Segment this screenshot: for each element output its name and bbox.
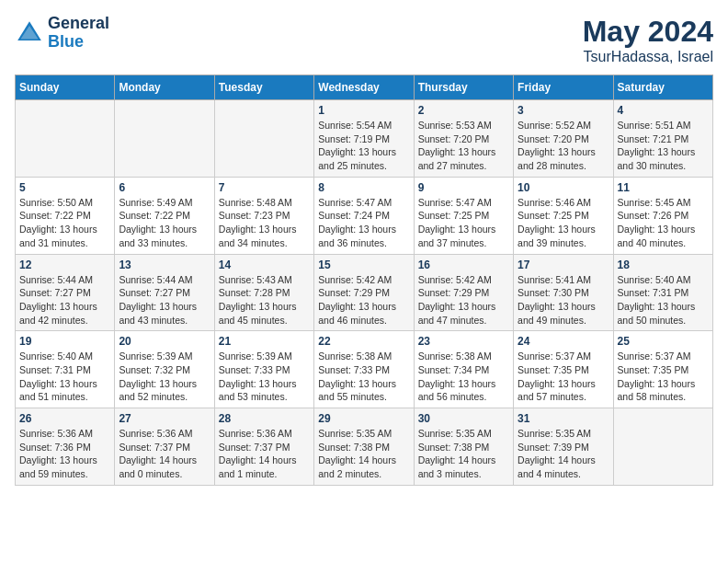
day-number: 2 bbox=[418, 104, 509, 117]
day-number: 15 bbox=[318, 259, 409, 271]
weekday-header: Friday bbox=[514, 75, 613, 100]
weekday-header: Tuesday bbox=[214, 75, 313, 100]
calendar-cell bbox=[214, 100, 313, 178]
day-number: 23 bbox=[418, 335, 509, 348]
day-number: 24 bbox=[518, 335, 609, 348]
day-number: 4 bbox=[618, 104, 709, 117]
calendar-cell: 11Sunrise: 5:45 AM Sunset: 7:26 PM Dayli… bbox=[613, 177, 712, 254]
weekday-header: Saturday bbox=[613, 75, 712, 100]
day-detail: Sunrise: 5:42 AM Sunset: 7:29 PM Dayligh… bbox=[418, 273, 509, 327]
calendar-header-row: SundayMondayTuesdayWednesdayThursdayFrid… bbox=[16, 75, 713, 100]
location-title: TsurHadassa, Israel bbox=[583, 49, 713, 65]
day-number: 11 bbox=[618, 181, 709, 194]
day-detail: Sunrise: 5:48 AM Sunset: 7:23 PM Dayligh… bbox=[219, 196, 310, 250]
day-detail: Sunrise: 5:36 AM Sunset: 7:37 PM Dayligh… bbox=[119, 427, 210, 481]
calendar-table: SundayMondayTuesdayWednesdayThursdayFrid… bbox=[15, 75, 713, 486]
month-year-title: May 2024 bbox=[583, 15, 713, 49]
calendar-cell: 23Sunrise: 5:38 AM Sunset: 7:34 PM Dayli… bbox=[414, 331, 513, 408]
day-number: 26 bbox=[19, 412, 110, 425]
calendar-cell: 14Sunrise: 5:43 AM Sunset: 7:28 PM Dayli… bbox=[214, 254, 313, 331]
day-detail: Sunrise: 5:54 AM Sunset: 7:19 PM Dayligh… bbox=[318, 119, 409, 173]
day-number: 18 bbox=[618, 259, 709, 271]
calendar-cell: 7Sunrise: 5:48 AM Sunset: 7:23 PM Daylig… bbox=[214, 177, 313, 254]
day-number: 27 bbox=[119, 412, 210, 425]
day-detail: Sunrise: 5:39 AM Sunset: 7:33 PM Dayligh… bbox=[219, 350, 310, 404]
calendar-cell: 3Sunrise: 5:52 AM Sunset: 7:20 PM Daylig… bbox=[514, 100, 613, 178]
calendar-cell: 27Sunrise: 5:36 AM Sunset: 7:37 PM Dayli… bbox=[115, 408, 214, 486]
day-number: 9 bbox=[418, 181, 509, 194]
day-detail: Sunrise: 5:37 AM Sunset: 7:35 PM Dayligh… bbox=[618, 350, 709, 404]
day-detail: Sunrise: 5:38 AM Sunset: 7:34 PM Dayligh… bbox=[418, 350, 509, 404]
calendar-cell: 8Sunrise: 5:47 AM Sunset: 7:24 PM Daylig… bbox=[314, 177, 414, 254]
day-detail: Sunrise: 5:44 AM Sunset: 7:27 PM Dayligh… bbox=[19, 273, 110, 327]
day-detail: Sunrise: 5:36 AM Sunset: 7:37 PM Dayligh… bbox=[219, 427, 310, 481]
day-detail: Sunrise: 5:39 AM Sunset: 7:32 PM Dayligh… bbox=[119, 350, 210, 404]
calendar-week-row: 19Sunrise: 5:40 AM Sunset: 7:31 PM Dayli… bbox=[16, 331, 713, 408]
day-detail: Sunrise: 5:40 AM Sunset: 7:31 PM Dayligh… bbox=[618, 273, 709, 327]
day-detail: Sunrise: 5:44 AM Sunset: 7:27 PM Dayligh… bbox=[119, 273, 210, 327]
day-number: 12 bbox=[19, 259, 110, 271]
day-detail: Sunrise: 5:36 AM Sunset: 7:36 PM Dayligh… bbox=[19, 427, 110, 481]
calendar-cell: 15Sunrise: 5:42 AM Sunset: 7:29 PM Dayli… bbox=[314, 254, 414, 331]
day-number: 13 bbox=[119, 259, 210, 271]
calendar-cell bbox=[613, 408, 712, 486]
calendar-cell: 18Sunrise: 5:40 AM Sunset: 7:31 PM Dayli… bbox=[613, 254, 712, 331]
logo-icon bbox=[15, 18, 44, 48]
calendar-cell: 21Sunrise: 5:39 AM Sunset: 7:33 PM Dayli… bbox=[214, 331, 313, 408]
day-number: 20 bbox=[119, 335, 210, 348]
day-detail: Sunrise: 5:43 AM Sunset: 7:28 PM Dayligh… bbox=[219, 273, 310, 327]
day-number: 31 bbox=[518, 412, 609, 425]
weekday-header: Monday bbox=[115, 75, 214, 100]
calendar-cell: 16Sunrise: 5:42 AM Sunset: 7:29 PM Dayli… bbox=[414, 254, 513, 331]
calendar-week-row: 12Sunrise: 5:44 AM Sunset: 7:27 PM Dayli… bbox=[16, 254, 713, 331]
calendar-cell bbox=[115, 100, 214, 178]
day-number: 10 bbox=[518, 181, 609, 194]
calendar-cell: 9Sunrise: 5:47 AM Sunset: 7:25 PM Daylig… bbox=[414, 177, 513, 254]
day-number: 3 bbox=[518, 104, 609, 117]
day-number: 16 bbox=[418, 259, 509, 271]
day-detail: Sunrise: 5:47 AM Sunset: 7:24 PM Dayligh… bbox=[318, 196, 409, 250]
logo: General Blue bbox=[15, 15, 109, 52]
day-detail: Sunrise: 5:35 AM Sunset: 7:38 PM Dayligh… bbox=[418, 427, 509, 481]
day-number: 6 bbox=[119, 181, 210, 194]
calendar-week-row: 1Sunrise: 5:54 AM Sunset: 7:19 PM Daylig… bbox=[16, 100, 713, 178]
day-detail: Sunrise: 5:35 AM Sunset: 7:39 PM Dayligh… bbox=[518, 427, 609, 481]
logo-text: General Blue bbox=[48, 15, 109, 52]
day-number: 29 bbox=[318, 412, 409, 425]
calendar-cell: 1Sunrise: 5:54 AM Sunset: 7:19 PM Daylig… bbox=[314, 100, 414, 178]
day-detail: Sunrise: 5:45 AM Sunset: 7:26 PM Dayligh… bbox=[618, 196, 709, 250]
day-detail: Sunrise: 5:42 AM Sunset: 7:29 PM Dayligh… bbox=[318, 273, 409, 327]
calendar-week-row: 5Sunrise: 5:50 AM Sunset: 7:22 PM Daylig… bbox=[16, 177, 713, 254]
calendar-cell: 12Sunrise: 5:44 AM Sunset: 7:27 PM Dayli… bbox=[16, 254, 115, 331]
day-detail: Sunrise: 5:52 AM Sunset: 7:20 PM Dayligh… bbox=[518, 119, 609, 173]
calendar-cell: 31Sunrise: 5:35 AM Sunset: 7:39 PM Dayli… bbox=[514, 408, 613, 486]
calendar-cell: 10Sunrise: 5:46 AM Sunset: 7:25 PM Dayli… bbox=[514, 177, 613, 254]
day-number: 5 bbox=[19, 181, 110, 194]
title-block: May 2024 TsurHadassa, Israel bbox=[583, 15, 713, 65]
day-number: 7 bbox=[219, 181, 310, 194]
calendar-cell: 6Sunrise: 5:49 AM Sunset: 7:22 PM Daylig… bbox=[115, 177, 214, 254]
calendar-cell: 30Sunrise: 5:35 AM Sunset: 7:38 PM Dayli… bbox=[414, 408, 513, 486]
day-number: 21 bbox=[219, 335, 310, 348]
weekday-header: Wednesday bbox=[314, 75, 414, 100]
calendar-cell: 4Sunrise: 5:51 AM Sunset: 7:21 PM Daylig… bbox=[613, 100, 712, 178]
day-detail: Sunrise: 5:51 AM Sunset: 7:21 PM Dayligh… bbox=[618, 119, 709, 173]
calendar-cell: 24Sunrise: 5:37 AM Sunset: 7:35 PM Dayli… bbox=[514, 331, 613, 408]
day-detail: Sunrise: 5:38 AM Sunset: 7:33 PM Dayligh… bbox=[318, 350, 409, 404]
day-number: 8 bbox=[318, 181, 409, 194]
day-number: 25 bbox=[618, 335, 709, 348]
day-detail: Sunrise: 5:53 AM Sunset: 7:20 PM Dayligh… bbox=[418, 119, 509, 173]
weekday-header: Thursday bbox=[414, 75, 513, 100]
day-number: 28 bbox=[219, 412, 310, 425]
day-number: 17 bbox=[518, 259, 609, 271]
calendar-cell: 19Sunrise: 5:40 AM Sunset: 7:31 PM Dayli… bbox=[16, 331, 115, 408]
calendar-cell bbox=[16, 100, 115, 178]
day-detail: Sunrise: 5:46 AM Sunset: 7:25 PM Dayligh… bbox=[518, 196, 609, 250]
calendar-cell: 28Sunrise: 5:36 AM Sunset: 7:37 PM Dayli… bbox=[214, 408, 313, 486]
calendar-cell: 29Sunrise: 5:35 AM Sunset: 7:38 PM Dayli… bbox=[314, 408, 414, 486]
calendar-cell: 26Sunrise: 5:36 AM Sunset: 7:36 PM Dayli… bbox=[16, 408, 115, 486]
day-detail: Sunrise: 5:40 AM Sunset: 7:31 PM Dayligh… bbox=[19, 350, 110, 404]
day-number: 1 bbox=[318, 104, 409, 117]
calendar-cell: 5Sunrise: 5:50 AM Sunset: 7:22 PM Daylig… bbox=[16, 177, 115, 254]
day-detail: Sunrise: 5:41 AM Sunset: 7:30 PM Dayligh… bbox=[518, 273, 609, 327]
